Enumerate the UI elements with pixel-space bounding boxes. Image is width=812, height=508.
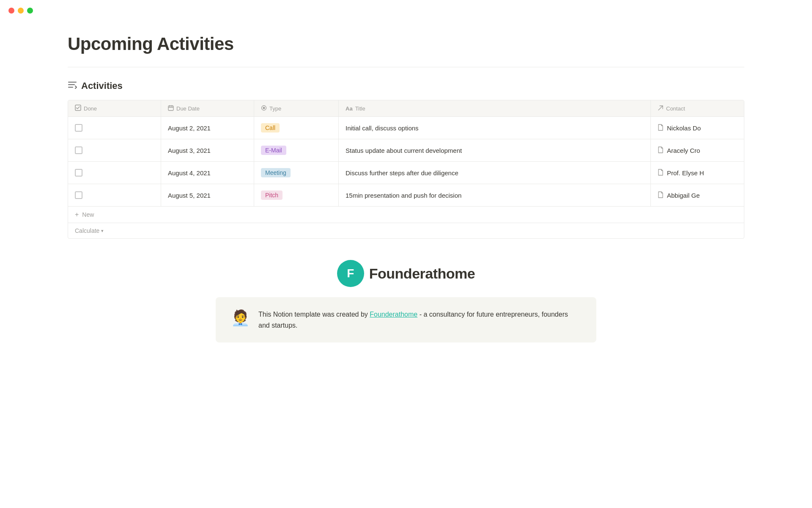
due-date-cell: August 2, 2021 xyxy=(161,117,254,139)
info-text: This Notion template was created by Foun… xyxy=(258,309,581,331)
founder-logo-text: Founderathome xyxy=(369,265,475,282)
section-header: Activities xyxy=(68,80,744,91)
calculate-label: Calculate xyxy=(75,227,99,234)
table-row[interactable]: August 5, 2021 Pitch 15min presentation … xyxy=(68,184,744,207)
table-row[interactable]: August 3, 2021 E-Mail Status update abou… xyxy=(68,139,744,162)
svg-line-10 xyxy=(658,106,663,110)
minimize-button[interactable] xyxy=(18,8,24,14)
info-box: 🧑‍💼 This Notion template was created by … xyxy=(216,297,596,342)
calculate-button[interactable]: Calculate ▾ xyxy=(68,223,744,238)
checkbox-icon xyxy=(75,105,81,112)
traffic-lights xyxy=(0,0,41,21)
contact-cell: Prof. Elyse H xyxy=(651,162,744,184)
chevron-down-icon: ▾ xyxy=(101,228,104,234)
text-icon: Aa xyxy=(346,105,353,112)
svg-rect-4 xyxy=(168,106,173,110)
due-date-cell: August 5, 2021 xyxy=(161,184,254,206)
due-date-cell: August 4, 2021 xyxy=(161,162,254,184)
doc-icon xyxy=(658,169,664,177)
type-badge-email: E-Mail xyxy=(261,146,286,155)
type-cell: E-Mail xyxy=(254,139,339,161)
divider xyxy=(68,67,744,67)
title-cell: Initial call, discuss options xyxy=(339,117,651,139)
calendar-icon xyxy=(168,105,174,112)
svg-point-9 xyxy=(263,107,265,109)
done-column-label: Done xyxy=(84,105,97,112)
type-cell: Meeting xyxy=(254,162,339,184)
new-row-label: New xyxy=(82,211,94,218)
founderathome-link[interactable]: Founderathome xyxy=(370,311,417,318)
contact-cell: Nickolas Do xyxy=(651,117,744,139)
activities-table: Done Due Date xyxy=(68,100,744,239)
done-checkbox[interactable] xyxy=(75,169,82,177)
type-cell: Call xyxy=(254,117,339,139)
info-emoji: 🧑‍💼 xyxy=(231,309,250,327)
type-badge-pitch: Pitch xyxy=(261,190,283,200)
founder-logo-icon: F xyxy=(337,260,364,287)
column-done: Done xyxy=(68,100,161,116)
founder-section: F Founderathome 🧑‍💼 This Notion template… xyxy=(68,260,744,342)
arrow-icon xyxy=(658,105,664,112)
due-date-column-label: Due Date xyxy=(176,105,200,112)
contact-cell: Aracely Cro xyxy=(651,139,744,161)
type-column-label: Type xyxy=(269,105,281,112)
page-title: Upcoming Activities xyxy=(68,34,744,54)
close-button[interactable] xyxy=(8,8,14,14)
type-badge-meeting: Meeting xyxy=(261,168,291,177)
table-row[interactable]: August 2, 2021 Call Initial call, discus… xyxy=(68,117,744,139)
column-due-date: Due Date xyxy=(161,100,254,116)
done-cell[interactable] xyxy=(68,139,161,161)
done-cell[interactable] xyxy=(68,162,161,184)
founder-logo: F Founderathome xyxy=(337,260,475,287)
doc-icon xyxy=(658,124,664,132)
table-row[interactable]: August 4, 2021 Meeting Discuss further s… xyxy=(68,162,744,184)
plus-icon: + xyxy=(75,211,79,218)
done-checkbox[interactable] xyxy=(75,146,82,154)
doc-icon xyxy=(658,146,664,155)
done-checkbox[interactable] xyxy=(75,124,82,132)
type-badge-call: Call xyxy=(261,123,280,133)
done-cell[interactable] xyxy=(68,184,161,206)
doc-icon xyxy=(658,191,664,199)
circle-icon xyxy=(261,105,267,112)
table-header: Done Due Date xyxy=(68,100,744,117)
contact-cell: Abbigail Ge xyxy=(651,184,744,206)
done-checkbox[interactable] xyxy=(75,191,82,199)
column-contact: Contact xyxy=(651,100,744,116)
title-cell: Status update about current development xyxy=(339,139,651,161)
title-cell: 15min presentation and push for decision xyxy=(339,184,651,206)
maximize-button[interactable] xyxy=(27,8,33,14)
list-filter-icon xyxy=(68,80,77,91)
title-column-label: Title xyxy=(355,105,365,112)
title-cell: Discuss further steps after due diligenc… xyxy=(339,162,651,184)
column-title: Aa Title xyxy=(339,100,651,116)
new-row-button[interactable]: + New xyxy=(68,207,744,223)
done-cell[interactable] xyxy=(68,117,161,139)
contact-column-label: Contact xyxy=(666,105,685,112)
type-cell: Pitch xyxy=(254,184,339,206)
due-date-cell: August 3, 2021 xyxy=(161,139,254,161)
section-title: Activities xyxy=(81,80,123,91)
column-type: Type xyxy=(254,100,339,116)
